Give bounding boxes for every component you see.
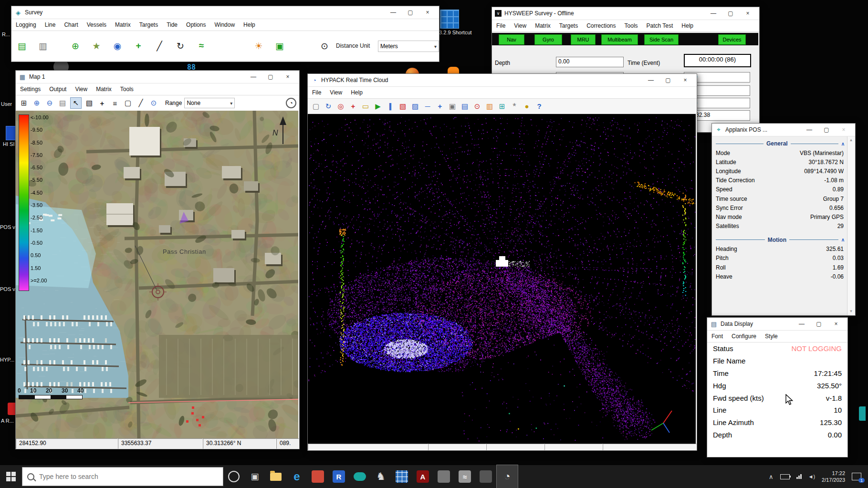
refresh-icon[interactable]: ↻ — [323, 101, 334, 112]
taskbar-search[interactable] — [22, 467, 223, 486]
globe-icon[interactable]: ⊙ — [148, 98, 159, 108]
distance-unit-select[interactable]: Meters ▾ — [378, 41, 439, 52]
menu-view[interactable]: View — [510, 20, 531, 31]
nav-button[interactable]: Nav — [499, 34, 524, 45]
app-icon-red[interactable] — [307, 465, 328, 488]
file-explorer-icon[interactable] — [265, 465, 286, 488]
side-scan-button[interactable]: Side Scan — [644, 34, 679, 45]
close-button[interactable]: × — [677, 74, 694, 86]
menu-tools[interactable]: Tools — [620, 20, 642, 31]
new-document-icon[interactable]: ▤ — [15, 39, 29, 52]
brightness-icon[interactable]: ☀ — [252, 39, 265, 52]
close-button[interactable]: × — [739, 8, 756, 19]
collapse-chevron-icon[interactable]: ∧ — [841, 141, 845, 146]
map-viewport[interactable]: <-10.00 -9.50 -8.50 -7.50 -6.50 -5.50 -4… — [16, 111, 298, 438]
menu-matrix[interactable]: Matrix — [92, 83, 116, 95]
desktop-label[interactable]: User — [1, 101, 12, 107]
menu-targets[interactable]: Targets — [555, 20, 582, 31]
rtc-titlebar[interactable]: ◔ HYPACK Real Time Cloud — ▢ × — [308, 74, 697, 87]
camera-icon[interactable]: ▣ — [447, 101, 458, 112]
app-icon-dark[interactable] — [475, 465, 496, 488]
profile-icon[interactable]: ≡ — [110, 98, 120, 108]
network-icon[interactable] — [796, 474, 802, 479]
zoom-out-icon[interactable]: ⊖ — [44, 98, 55, 108]
record-icon[interactable]: ◎ — [335, 101, 346, 112]
select-rect-icon[interactable]: ▢ — [311, 101, 321, 112]
compass-dial-icon[interactable]: ◔ — [286, 98, 296, 108]
zoom-in-icon[interactable]: ⊕ — [31, 98, 42, 108]
menu-font[interactable]: Font — [707, 331, 727, 342]
add-wave-icon[interactable]: ≈ — [195, 39, 208, 52]
point-cloud-viewport[interactable] — [308, 114, 696, 444]
start-button[interactable] — [0, 465, 22, 488]
cube-blue-icon[interactable]: ▨ — [410, 101, 420, 112]
minus-icon[interactable]: ─ — [422, 101, 433, 112]
bulb-icon[interactable]: ● — [522, 101, 532, 112]
scroll-up-icon[interactable]: ▲ — [849, 138, 853, 142]
maximize-button[interactable]: ▢ — [818, 124, 835, 135]
survey-titlebar[interactable]: ◈ Survey — ▢ × — [11, 6, 439, 19]
data-display-titlebar[interactable]: ▤ Data Display — ▢ × — [707, 318, 847, 331]
search-input[interactable] — [38, 472, 218, 481]
multibeam-button[interactable]: Multibeam — [601, 34, 638, 45]
app-icon-animal[interactable]: ♞ — [370, 465, 391, 488]
star-target-icon[interactable]: ★ — [90, 39, 103, 52]
maximize-button[interactable]: ▢ — [262, 71, 279, 83]
action-center-icon[interactable]: 1 — [852, 473, 861, 480]
maximize-button[interactable]: ▢ — [810, 318, 827, 330]
maximize-button[interactable]: ▢ — [659, 74, 677, 86]
point-cloud-canvas[interactable] — [308, 114, 696, 444]
menu-vessels[interactable]: Vessels — [83, 19, 111, 31]
menu-chart[interactable]: Chart — [60, 19, 82, 31]
mru-button[interactable]: MRU — [571, 34, 596, 45]
rotate-icon[interactable]: ↻ — [174, 39, 187, 52]
close-button[interactable]: × — [279, 71, 296, 83]
minimize-button[interactable]: — — [385, 7, 402, 18]
full-extent-icon[interactable]: ⊞ — [19, 98, 29, 108]
target-refresh-icon[interactable]: ⊕ — [69, 39, 82, 52]
menu-help[interactable]: Help — [677, 20, 698, 31]
menu-targets[interactable]: Targets — [135, 19, 162, 31]
rtc-taskbar-icon[interactable]: ◔ — [496, 465, 518, 488]
draw-line-icon[interactable]: ╱ — [153, 39, 166, 52]
zoom-box-icon[interactable]: ▧ — [84, 98, 94, 108]
menu-view[interactable]: View — [71, 83, 92, 95]
target-icon[interactable]: ⊙ — [472, 101, 482, 112]
copy-document-icon[interactable]: ▥ — [36, 39, 50, 52]
edge-sliver-icon[interactable] — [859, 406, 866, 421]
chart-icon[interactable]: ▥ — [484, 101, 495, 112]
task-view-icon[interactable]: ▣ — [244, 465, 265, 488]
range-select[interactable]: None ▾ — [184, 98, 235, 108]
map-titlebar[interactable]: ▦ Map 1 — ▢ × — [16, 71, 299, 83]
desktop-label[interactable]: HI SI — [3, 141, 15, 147]
menu-style[interactable]: Style — [761, 331, 782, 342]
scrollbar[interactable]: ▲ ▼ — [847, 136, 855, 315]
menu-matrix[interactable]: Matrix — [111, 19, 135, 31]
menu-patch-test[interactable]: Patch Test — [642, 20, 678, 31]
scroll-down-icon[interactable]: ▼ — [849, 309, 853, 313]
applanix-titlebar[interactable]: ⌖ Applanix POS ... — ▢ × — [712, 124, 855, 136]
section-motion[interactable]: Motion ∧ — [712, 235, 855, 245]
hypack-wave-icon[interactable]: ≈ — [454, 465, 475, 488]
minimize-button[interactable]: — — [245, 71, 262, 83]
menu-help[interactable]: Help — [346, 87, 367, 98]
battery-icon[interactable] — [780, 474, 790, 479]
maximize-button[interactable]: ▢ — [722, 8, 739, 19]
pan-icon[interactable]: + — [97, 98, 107, 108]
edge-icon[interactable]: e — [286, 465, 307, 488]
menu-help[interactable]: Help — [239, 19, 260, 31]
close-button[interactable]: × — [419, 7, 436, 18]
devices-button[interactable]: Devices — [718, 34, 746, 45]
menu-tide[interactable]: Tide — [162, 19, 182, 31]
play-icon[interactable]: ▶ — [373, 101, 383, 112]
menu-file[interactable]: File — [308, 87, 325, 98]
acrobat-icon[interactable]: A — [412, 465, 433, 488]
hysweep-titlebar[interactable]: ∨ HYSWEEP Survey - Offline — ▢ × — [492, 7, 759, 20]
menu-view[interactable]: View — [325, 87, 346, 98]
map-canvas[interactable] — [16, 111, 298, 438]
menu-corrections[interactable]: Corrections — [582, 20, 620, 31]
monitor-icon[interactable]: ▤ — [460, 101, 470, 112]
menu-matrix[interactable]: Matrix — [531, 20, 555, 31]
pause-icon[interactable]: ∥ — [385, 101, 396, 112]
desktop-label[interactable]: R... — [2, 31, 10, 37]
